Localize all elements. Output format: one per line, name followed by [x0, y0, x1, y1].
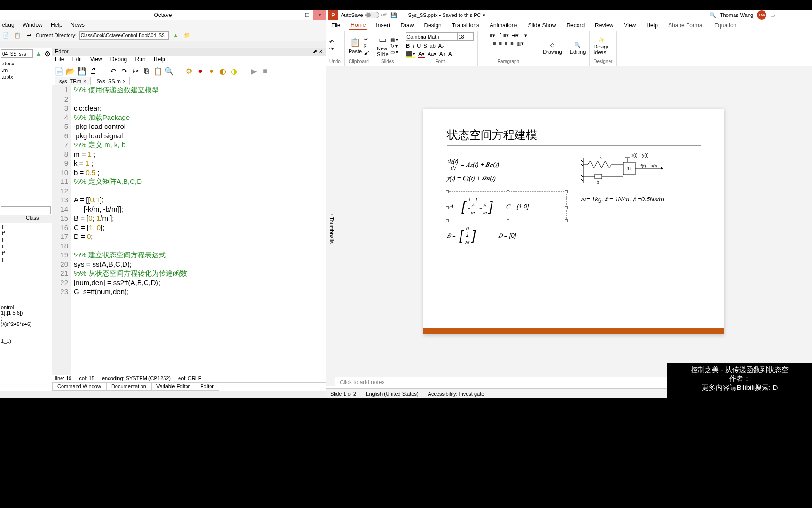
layout-icon[interactable]: ▦ ▾	[390, 37, 398, 42]
drawing-button[interactable]: ◇Drawing	[543, 42, 562, 55]
slide-title[interactable]: 状态空间方程建模	[447, 127, 701, 146]
font-shrink-icon[interactable]: A↓	[448, 51, 454, 58]
undo-icon[interactable]: ↩	[24, 31, 33, 40]
ws-filter[interactable]	[1, 206, 51, 214]
tab-var-editor[interactable]: Variable Editor	[151, 383, 195, 391]
tab-insert[interactable]: Insert	[374, 21, 392, 30]
slide-area[interactable]: 状态空间方程建模 d𝒛(𝒕)d𝑡 = 𝑨𝒛(𝒕) + 𝑩𝒖(𝑡) 𝒚(𝑡) = …	[335, 66, 812, 377]
current-dir-input[interactable]	[79, 31, 169, 40]
size-select[interactable]	[458, 32, 474, 41]
search-icon[interactable]: 🔍	[710, 12, 716, 18]
play-icon[interactable]: ▶	[250, 67, 258, 75]
minimize-button[interactable]: —	[779, 12, 784, 18]
run-icon[interactable]: ⚙	[185, 67, 193, 75]
menu-file[interactable]: File	[55, 56, 64, 63]
code-lines[interactable]: %% 使用传递函数建立模型 clc;clear;%% 加载Package pkg…	[71, 85, 326, 375]
format-painter-icon[interactable]: 🖌	[364, 50, 369, 56]
selected-equation-box[interactable]: 𝐴 = [01−𝑘𝑚−𝑏𝑚] 𝐶 = [1 0]	[447, 191, 567, 221]
menu-help[interactable]: Help	[51, 22, 62, 28]
up-dir-icon[interactable]: ▲	[172, 31, 180, 40]
align-center-icon[interactable]: ≡	[499, 40, 501, 47]
file-dir-select[interactable]	[1, 49, 33, 58]
tab-doc[interactable]: Documentation	[106, 383, 151, 391]
dropdown-icon[interactable]: ▾	[483, 12, 485, 18]
autosave-toggle[interactable]	[365, 12, 379, 18]
tab-shape-format[interactable]: Shape Format	[666, 21, 706, 30]
paste-icon[interactable]: 📋	[154, 67, 162, 75]
highlight-icon[interactable]: ⬛▾	[406, 51, 415, 58]
save-icon[interactable]: 💾	[78, 67, 86, 75]
find-icon[interactable]: 🔍	[165, 67, 173, 75]
copy-icon[interactable]: ⎘	[364, 43, 369, 49]
bold-button[interactable]: B	[406, 43, 410, 49]
ws-row[interactable]: tf	[0, 237, 52, 243]
menu-view[interactable]: View	[90, 56, 102, 63]
step-icon[interactable]: ●	[207, 67, 216, 75]
tab-cmd-window[interactable]: Command Window	[52, 383, 106, 391]
tab-design[interactable]: Design	[422, 21, 443, 30]
tab-slideshow[interactable]: Slide Show	[526, 21, 558, 30]
tab-draw[interactable]: Draw	[398, 21, 415, 30]
ribbon-mode-icon[interactable]: ▭	[770, 12, 775, 18]
align-right-icon[interactable]: ≡	[505, 40, 508, 47]
doc-name[interactable]: Sys_SS.pptx • Saved to this PC	[408, 12, 481, 18]
avatar[interactable]: TW	[757, 10, 766, 20]
paste-icon[interactable]: 📋	[13, 31, 22, 40]
folder-icon[interactable]: 📁	[183, 31, 191, 40]
redo-icon[interactable]: ↷	[120, 67, 128, 75]
ws-row[interactable]: tf	[0, 230, 52, 237]
user-name[interactable]: Thomas Wang	[720, 12, 753, 18]
tab-sys-ss[interactable]: Sys_SS.m×	[93, 77, 130, 85]
menu-run[interactable]: Run	[135, 56, 146, 63]
bullets-icon[interactable]: ≡▾	[490, 32, 495, 39]
close-pane-icon[interactable]: ✕	[319, 48, 323, 54]
tab-record[interactable]: Record	[564, 21, 586, 30]
editing-button[interactable]: 🔍Editing	[570, 42, 586, 55]
maximize-button[interactable]: ☐	[301, 10, 313, 20]
new-icon[interactable]: 📄	[2, 31, 10, 40]
stop-icon[interactable]: ■	[261, 67, 269, 75]
menu-debug[interactable]: Debug	[110, 56, 127, 63]
italic-button[interactable]: I	[413, 43, 414, 49]
tab-view[interactable]: View	[622, 21, 638, 30]
tab-equation[interactable]: Equation	[712, 21, 738, 30]
menu-window[interactable]: Window	[23, 22, 43, 28]
underline-button[interactable]: U	[417, 43, 421, 49]
change-case-icon[interactable]: Aa▾	[428, 51, 437, 58]
align-left-icon[interactable]: ≡	[493, 40, 496, 47]
tab-help[interactable]: Help	[644, 21, 660, 30]
file-item[interactable]: .m	[2, 67, 50, 73]
new-file-icon[interactable]: 📄	[55, 67, 63, 75]
accessibility[interactable]: Accessibility: Invest gate	[428, 391, 484, 397]
step-in-icon[interactable]: ◐	[219, 67, 227, 75]
font-color-icon[interactable]: A▾	[418, 51, 424, 58]
breakpoint-icon[interactable]: ●	[196, 67, 204, 75]
slide[interactable]: 状态空间方程建模 d𝒛(𝒕)d𝑡 = 𝑨𝒛(𝒕) + 𝑩𝒖(𝑡) 𝒚(𝑡) = …	[423, 109, 724, 334]
strike-button[interactable]: S	[423, 43, 427, 49]
undo-icon[interactable]: ↶	[329, 39, 334, 45]
print-icon[interactable]: 🖨	[89, 67, 97, 75]
tab-transitions[interactable]: Transitions	[450, 21, 481, 30]
new-slide-button[interactable]: ▭New Slide	[377, 34, 388, 57]
minimize-button[interactable]: —	[289, 10, 301, 20]
file-item[interactable]: .docx	[2, 60, 50, 67]
font-select[interactable]	[406, 32, 458, 41]
file-item[interactable]: .pptx	[2, 73, 50, 80]
ws-row[interactable]: tf	[0, 243, 52, 250]
direction-icon[interactable]: ↕▾	[522, 32, 527, 39]
menu-debug[interactable]: ebug	[2, 22, 15, 28]
numbering-icon[interactable]: ⋮≡▾	[498, 32, 509, 39]
reset-icon[interactable]: ↻ ▾	[390, 43, 398, 48]
code-area[interactable]: 1234567891011121314151617181920212223 %%…	[52, 85, 326, 375]
design-ideas-button[interactable]: ✨Design Ideas	[593, 37, 609, 55]
close-button[interactable]: ✕	[313, 10, 326, 20]
slide-number[interactable]: Slide 1 of 2	[330, 391, 356, 397]
tab-editor[interactable]: Editor	[195, 383, 219, 391]
tab-home[interactable]: Home	[349, 21, 367, 30]
clear-format-icon[interactable]: Aᵥ	[438, 43, 444, 49]
undo-icon[interactable]: ↶	[109, 67, 117, 75]
cmd-text[interactable]: ontrol 1],[1 5 6]) ) )/(s^2+5*s+6) 1_1)	[0, 303, 52, 345]
font-grow-icon[interactable]: A↑	[439, 51, 445, 58]
save-icon[interactable]: 💾	[390, 12, 397, 18]
cut-icon[interactable]: ✂	[131, 67, 140, 75]
